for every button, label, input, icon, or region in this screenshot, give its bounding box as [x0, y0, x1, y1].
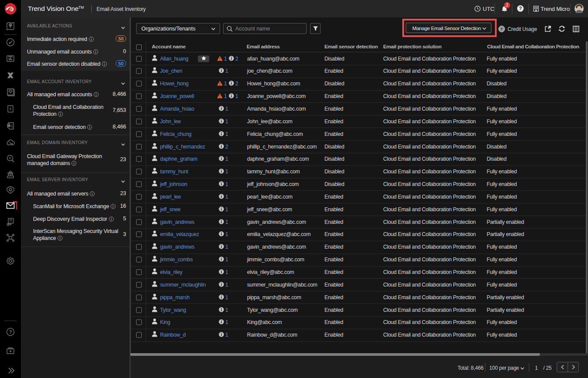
svg-text:?: ? [9, 329, 12, 334]
